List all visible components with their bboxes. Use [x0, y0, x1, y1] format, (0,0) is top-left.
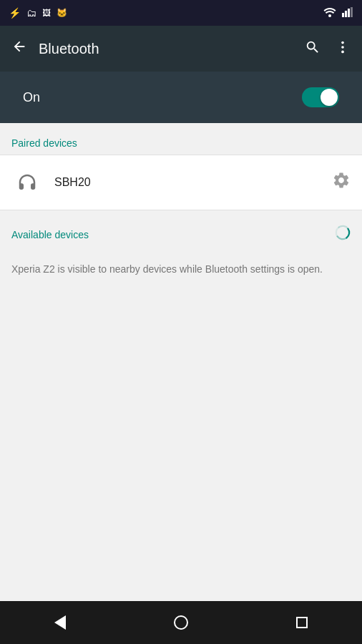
- device-name: SBH20: [54, 176, 332, 189]
- nav-back-button[interactable]: [40, 608, 80, 637]
- device-settings-icon[interactable]: [332, 171, 351, 194]
- search-icon[interactable]: [305, 39, 321, 59]
- toggle-label: On: [23, 90, 302, 105]
- status-bar-right: [323, 7, 353, 19]
- available-devices-header: Available devices: [11, 229, 89, 240]
- svg-rect-1: [342, 13, 344, 17]
- main-content: Paired devices SBH20 Available devices X: [0, 123, 362, 601]
- bluetooth-toggle-bar: On: [0, 72, 362, 123]
- toggle-knob: [321, 89, 338, 106]
- visibility-text: Xperia Z2 is visible to nearby devices w…: [0, 250, 362, 288]
- svg-point-7: [341, 50, 344, 53]
- app-bar: Bluetooth: [0, 26, 362, 72]
- headphones-icon: [11, 167, 43, 198]
- svg-point-6: [341, 46, 344, 49]
- usb-icon: ⚡: [9, 7, 21, 19]
- nav-home-button[interactable]: [160, 608, 202, 637]
- svg-point-5: [341, 41, 344, 44]
- loading-spinner: [335, 225, 351, 245]
- image-icon: 🖼: [42, 8, 51, 18]
- file-icon: 🗂: [26, 7, 36, 19]
- available-devices-section: Available devices: [0, 210, 362, 250]
- bluetooth-toggle[interactable]: [302, 87, 339, 107]
- app-bar-actions: [305, 39, 351, 59]
- svg-rect-4: [351, 7, 353, 17]
- nav-recent-button[interactable]: [282, 610, 322, 635]
- page-title: Bluetooth: [39, 41, 305, 57]
- status-bar-left: ⚡ 🗂 🖼 🐱: [9, 7, 67, 19]
- back-button[interactable]: [11, 39, 27, 59]
- device-item: SBH20: [0, 155, 362, 210]
- wifi-icon: [323, 7, 336, 19]
- signal-icon: [342, 7, 353, 19]
- svg-rect-3: [348, 9, 350, 17]
- paired-devices-header: Paired devices: [0, 123, 362, 155]
- more-options-icon[interactable]: [335, 39, 351, 59]
- nav-back-icon: [54, 615, 66, 630]
- nav-home-icon: [174, 615, 188, 630]
- nav-bar: [0, 601, 362, 644]
- svg-rect-2: [345, 11, 347, 17]
- status-bar: ⚡ 🗂 🖼 🐱: [0, 0, 362, 26]
- svg-point-0: [328, 14, 331, 17]
- nav-recent-icon: [296, 617, 308, 628]
- bug-icon: 🐱: [57, 8, 67, 18]
